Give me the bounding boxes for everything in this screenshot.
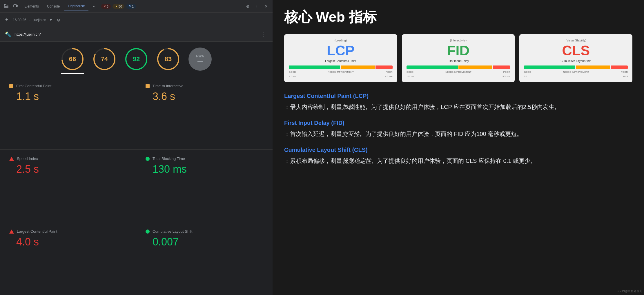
metric-tti: Time to Interactive 3.6 s (136, 77, 273, 150)
cls-value: 0.007 (153, 236, 263, 248)
score-circle-83[interactable]: 83 (157, 48, 180, 71)
lcp-card-subtitle: (Loading) (335, 39, 347, 42)
cls-card-title: CLS (562, 44, 590, 58)
cls-label-good: GOOD (524, 71, 531, 73)
score-circle-92[interactable]: 92 (125, 48, 148, 71)
lcp-metric-icon (9, 230, 14, 234)
session-dropdown-btn[interactable]: ▼ (49, 18, 52, 22)
lcp-label-needs: NEEDS IMPROVEMENT (328, 71, 354, 73)
si-value: 2.5 s (16, 163, 127, 175)
score-underline-pwa (188, 73, 212, 74)
lcp-value: 4.0 s (16, 236, 127, 248)
warning-badge[interactable]: ▲ 50 (113, 4, 124, 9)
right-panel: 核心 Web 指标 (Loading) LCP Largest Contentf… (273, 0, 644, 295)
metric-cls-header: Cumulative Layout Shift (146, 229, 263, 234)
score-item-accessibility[interactable]: 74 (93, 48, 116, 74)
score-item-seo[interactable]: 83 (157, 48, 180, 74)
lighthouse-url-bar: 🔦 https://juejin.cn/ ⋮ (0, 27, 273, 42)
score-item-pwa[interactable]: PWA — (188, 48, 212, 74)
error-icon: ✕ (104, 5, 106, 8)
lcp-label-poor: POOR (386, 71, 393, 73)
url-separator: - (29, 18, 31, 22)
fid-label-needs: NEEDS IMPROVEMENT (445, 71, 471, 73)
lcp-label: Largest Contentful Paint (17, 229, 57, 234)
fid-bar-poor (493, 65, 510, 69)
tab-elements[interactable]: Elements (21, 3, 42, 10)
fid-card-title: FID (447, 44, 469, 58)
score-circle-66[interactable]: 66 (61, 48, 84, 71)
tti-value: 3.6 s (153, 90, 263, 103)
more-options-btn[interactable]: ⋮ (253, 2, 261, 10)
cls-label-poor: POOR (621, 71, 628, 73)
tti-icon (146, 84, 150, 88)
metric-fcp-header: First Contentful Paint (9, 84, 127, 88)
cls-bar (524, 65, 628, 69)
cls-bar-good (524, 65, 575, 69)
lcp-val-2: 4.0 sec (385, 75, 393, 78)
tab-lighthouse[interactable]: Lighthouse (64, 2, 88, 10)
domain-label: juejin.cn (33, 18, 46, 22)
desc-lcp-text: ：最大内容绘制，测量加载性能。为了提供良好的用户体验，LCP 应在页面首次开始加… (284, 102, 632, 112)
fid-label-poor: POOR (503, 71, 510, 73)
score-circles-area: 66 74 92 (0, 42, 273, 77)
timestamp-label: 16:30:26 (13, 18, 26, 22)
lcp-card-desc: Largest Contentful Paint (325, 59, 356, 63)
cls-card-subtitle: (Visual Stability) (565, 39, 586, 42)
desc-fid-title: First Input Delay (FID) (284, 120, 632, 126)
score-circle-74[interactable]: 74 (93, 48, 116, 71)
tab-console[interactable]: Console (43, 3, 63, 10)
lcp-bar-labels: GOOD NEEDS IMPROVEMENT POOR (289, 71, 393, 73)
metric-lcp-header: Largest Contentful Paint (9, 229, 127, 234)
score-value-83: 83 (165, 55, 172, 63)
si-icon (9, 157, 14, 161)
info-badge[interactable]: ⚑ 1 (126, 4, 136, 9)
fcp-value: 1.1 s (16, 90, 127, 103)
close-devtools-btn[interactable]: ✕ (262, 2, 270, 10)
metric-tbt: Total Blocking Time 130 ms (136, 150, 273, 222)
si-label: Speed Index (17, 156, 38, 161)
cls-card-desc: Cumulative Layout Shift (560, 59, 591, 63)
page-title: 核心 Web 指标 (284, 9, 632, 26)
score-value-66: 66 (69, 55, 76, 63)
score-value-74: 74 (101, 55, 108, 63)
lcp-bar-poor (375, 65, 393, 69)
tbt-icon (146, 157, 150, 161)
stop-btn[interactable]: ⊘ (55, 17, 62, 23)
lcp-card-title: LCP (327, 44, 355, 58)
warning-count: 50 (119, 5, 122, 8)
score-underline-active (61, 73, 84, 74)
desc-lcp-title: Largest Contentful Paint (LCP) (284, 93, 632, 99)
cwv-card-cls: (Visual Stability) CLS Cumulative Layout… (519, 34, 632, 82)
score-circle-pwa[interactable]: PWA — (188, 48, 212, 71)
info-icon: ⚑ (128, 5, 131, 8)
add-session-btn[interactable]: + (3, 17, 10, 23)
inspect-icon-btn[interactable] (2, 2, 10, 10)
score-value-92: 92 (133, 55, 140, 63)
score-item-performance[interactable]: 66 (61, 48, 84, 74)
watermark: CSDN@饿鱼老鱼儿 (617, 289, 643, 293)
pwa-dash: — (197, 58, 203, 64)
cls-metric-icon (146, 230, 150, 234)
metric-tti-header: Time to Interactive (146, 84, 263, 88)
error-badge[interactable]: ✕ 6 (101, 4, 111, 9)
desc-fid-section: First Input Delay (FID) ：首次输入延迟，测量交互性。为了… (284, 120, 632, 139)
fcp-label: First Contentful Paint (16, 84, 51, 88)
lcp-label-good: GOOD (289, 71, 296, 73)
lcp-bar-needs (341, 65, 375, 69)
badge-group: ✕ 6 ▲ 50 ⚑ 1 (101, 4, 136, 9)
cls-val-1: 0.1 (524, 75, 527, 78)
cwv-card-fid: (Interactivity) FID First Input Delay GO… (402, 34, 515, 82)
score-underline-92 (125, 73, 148, 74)
metrics-grid: First Contentful Paint 1.1 s Time to Int… (0, 77, 273, 295)
devtools-controls: ⚙ ⋮ ✕ (244, 2, 270, 10)
fid-val-2: 300 ms (502, 75, 510, 78)
tab-more-btn[interactable]: » (90, 2, 98, 10)
responsive-icon-btn[interactable] (12, 2, 20, 10)
lcp-bar-values: 2.5 sec 4.0 sec (289, 75, 393, 78)
settings-btn[interactable]: ⚙ (244, 2, 252, 10)
cls-bar-poor (611, 65, 628, 69)
lighthouse-menu-btn[interactable]: ⋮ (260, 30, 268, 39)
cwv-cards-row: (Loading) LCP Largest Contentful Paint G… (284, 34, 632, 82)
score-item-bestpractices[interactable]: 92 (125, 48, 148, 74)
fid-val-1: 100 ms (407, 75, 414, 78)
